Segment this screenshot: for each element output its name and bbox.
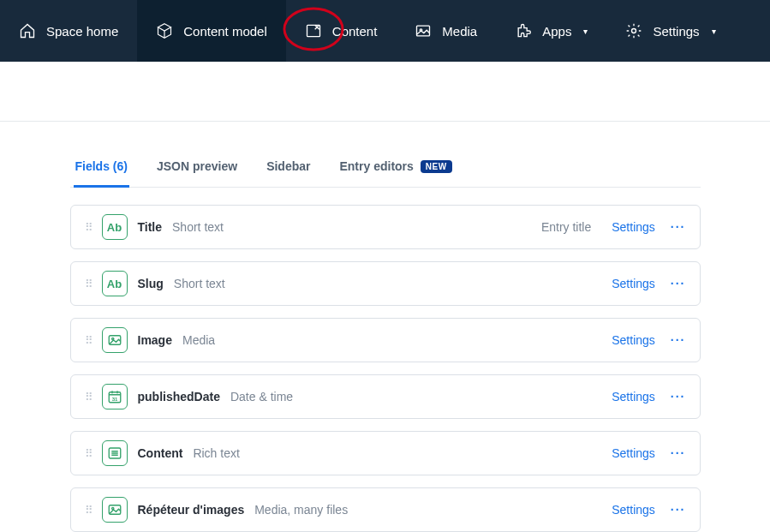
- top-nav: Space home Content model Content Media: [0, 0, 770, 62]
- svg-point-4: [632, 29, 636, 33]
- home-icon: [19, 22, 36, 39]
- field-name: Répéteur d'images: [138, 503, 245, 517]
- chevron-down-icon: ▾: [712, 27, 716, 36]
- tabs: Fields (6) JSON preview Sidebar Entry ed…: [70, 151, 701, 188]
- field-name: Slug: [138, 277, 164, 290]
- field-type: Date & time: [230, 390, 293, 403]
- field-meta: Entry title: [541, 220, 591, 234]
- image-type-icon: [102, 327, 128, 353]
- more-icon[interactable]: ···: [671, 446, 686, 460]
- field-type: Short text: [172, 220, 224, 234]
- subheader-blank: [0, 62, 770, 122]
- field-name: Content: [138, 446, 183, 460]
- more-icon[interactable]: ···: [671, 333, 686, 347]
- nav-apps[interactable]: Apps ▾: [496, 0, 606, 62]
- puzzle-icon: [515, 22, 532, 39]
- field-settings-link[interactable]: Settings: [612, 503, 655, 517]
- field-row: ⠿ 31 publishedDate Date & time Settings …: [70, 374, 701, 419]
- new-badge: NEW: [421, 160, 452, 173]
- nav-content-model-label: Content model: [183, 24, 267, 39]
- chevron-down-icon: ▾: [583, 27, 588, 36]
- media-icon: [415, 22, 432, 39]
- tab-json-preview[interactable]: JSON preview: [155, 151, 239, 188]
- tab-sidebar-label: Sidebar: [266, 159, 310, 173]
- field-settings-link[interactable]: Settings: [612, 220, 655, 234]
- drag-handle-icon[interactable]: ⠿: [80, 218, 97, 237]
- date-type-icon: 31: [102, 384, 128, 409]
- nav-settings-label: Settings: [653, 24, 699, 39]
- nav-content[interactable]: Content: [286, 0, 397, 62]
- field-type: Rich text: [193, 446, 239, 460]
- image-type-icon: [102, 497, 128, 523]
- richtext-type-icon: [102, 440, 128, 466]
- drag-handle-icon[interactable]: ⠿: [80, 274, 97, 294]
- field-settings-link[interactable]: Settings: [612, 390, 655, 403]
- field-settings-link[interactable]: Settings: [612, 333, 655, 347]
- gear-icon: [625, 22, 642, 39]
- more-icon[interactable]: ···: [671, 277, 686, 290]
- more-icon[interactable]: ···: [671, 220, 686, 234]
- box-icon: [156, 22, 173, 39]
- nav-space-home-label: Space home: [46, 24, 118, 39]
- nav-media[interactable]: Media: [396, 0, 496, 62]
- drag-handle-icon[interactable]: ⠿: [80, 387, 97, 407]
- drag-handle-icon[interactable]: ⠿: [80, 500, 97, 520]
- field-name: Image: [138, 333, 172, 347]
- field-type: Short text: [174, 277, 225, 290]
- tab-json-preview-label: JSON preview: [157, 159, 237, 173]
- field-row: ⠿ Ab Title Short text Entry title Settin…: [70, 205, 701, 249]
- field-row: ⠿ Répéteur d'images Media, many files Se…: [70, 487, 701, 532]
- drag-handle-icon[interactable]: ⠿: [80, 444, 97, 463]
- tab-fields-label: Fields (6): [75, 159, 128, 173]
- field-type: Media, many files: [254, 503, 348, 517]
- nav-apps-label: Apps: [542, 24, 571, 39]
- nav-content-label: Content: [332, 24, 378, 39]
- nav-settings[interactable]: Settings ▾: [606, 0, 734, 62]
- tab-fields[interactable]: Fields (6): [74, 151, 129, 188]
- field-name: Title: [138, 220, 163, 234]
- tab-sidebar[interactable]: Sidebar: [265, 151, 312, 188]
- tab-entry-editors-label: Entry editors: [339, 159, 413, 173]
- fields-list: ⠿ Ab Title Short text Entry title Settin…: [70, 205, 701, 532]
- text-type-icon: Ab: [102, 271, 128, 296]
- edit-icon: [305, 22, 322, 39]
- text-type-icon: Ab: [102, 214, 128, 240]
- more-icon[interactable]: ···: [671, 390, 686, 403]
- tab-entry-editors[interactable]: Entry editors NEW: [337, 151, 453, 188]
- field-name: publishedDate: [138, 390, 220, 403]
- drag-handle-icon[interactable]: ⠿: [80, 331, 97, 350]
- nav-content-model[interactable]: Content model: [137, 0, 286, 62]
- main-content: Fields (6) JSON preview Sidebar Entry ed…: [60, 151, 711, 532]
- field-row: ⠿ Content Rich text Settings ···: [70, 431, 701, 475]
- nav-media-label: Media: [442, 24, 477, 39]
- more-icon[interactable]: ···: [671, 503, 686, 517]
- field-settings-link[interactable]: Settings: [612, 446, 655, 460]
- svg-text:31: 31: [111, 397, 117, 402]
- field-row: ⠿ Ab Slug Short text Settings ···: [70, 261, 701, 306]
- nav-space-home[interactable]: Space home: [0, 0, 137, 62]
- field-settings-link[interactable]: Settings: [612, 277, 655, 290]
- field-type: Media: [182, 333, 215, 347]
- field-row: ⠿ Image Media Settings ···: [70, 318, 701, 362]
